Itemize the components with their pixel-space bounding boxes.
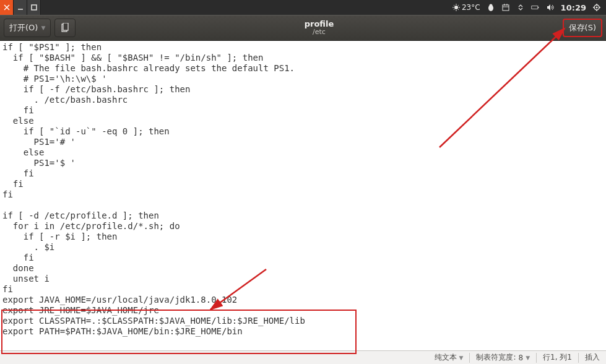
document-icon xyxy=(60,23,70,33)
chevron-down-icon: ▼ xyxy=(41,25,45,31)
syntax-label: 纯文本 xyxy=(435,352,457,363)
editor-content[interactable]: if [ "$PS1" ]; then if [ "$BASH" ] && [ … xyxy=(0,41,606,337)
svg-line-8 xyxy=(454,9,454,10)
penguin-icon xyxy=(487,3,495,12)
battery-icon xyxy=(531,3,540,12)
window-close-button[interactable] xyxy=(0,0,14,15)
svg-rect-0 xyxy=(32,5,37,10)
tab-width-label: 制表符宽度: xyxy=(476,352,516,363)
svg-point-19 xyxy=(596,7,598,9)
session-indicator[interactable] xyxy=(592,3,601,12)
svg-rect-12 xyxy=(503,5,509,11)
updown-icon xyxy=(516,3,525,12)
clock-text[interactable]: 10:29 xyxy=(561,3,586,12)
chevron-down-icon: ▼ xyxy=(526,355,530,361)
bluetooth-indicator[interactable] xyxy=(516,3,525,12)
cursor-text: 行1, 列1 xyxy=(543,352,572,363)
tab-width-selector[interactable]: 制表符宽度: 8 ▼ xyxy=(470,352,536,363)
save-button[interactable]: 保存(S) xyxy=(563,19,602,37)
open-button[interactable]: 打开(O) ▼ xyxy=(4,19,51,37)
close-icon xyxy=(4,4,10,11)
minimize-icon xyxy=(17,4,24,11)
calendar-icon xyxy=(501,3,510,12)
volume-icon xyxy=(546,3,555,12)
save-label: 保存(S) xyxy=(569,22,596,33)
svg-rect-17 xyxy=(537,7,539,8)
editor-toolbar: 打开(O) ▼ profile /etc 保存(S) xyxy=(0,15,606,41)
cursor-position[interactable]: 行1, 列1 xyxy=(537,352,578,363)
svg-line-6 xyxy=(454,5,454,6)
syntax-selector[interactable]: 纯文本 ▼ xyxy=(428,352,470,363)
svg-point-11 xyxy=(489,4,492,7)
tab-width-value: 8 xyxy=(519,353,524,362)
status-bar: 纯文本 ▼ 制表符宽度: 8 ▼ 行1, 列1 插入 xyxy=(0,350,606,364)
svg-rect-16 xyxy=(531,6,537,9)
linux-indicator[interactable] xyxy=(487,3,495,12)
sound-indicator[interactable] xyxy=(546,3,555,12)
weather-icon xyxy=(452,3,461,12)
new-tab-button[interactable] xyxy=(54,19,76,37)
window-controls xyxy=(0,0,41,15)
svg-line-9 xyxy=(458,5,459,6)
svg-rect-25 xyxy=(63,23,68,30)
insert-mode[interactable]: 插入 xyxy=(579,352,606,363)
editor-area[interactable]: if [ "$PS1" ]; then if [ "$BASH" ] && [ … xyxy=(0,41,606,350)
maximize-icon xyxy=(31,4,37,11)
window-minimize-button[interactable] xyxy=(14,0,27,15)
chevron-down-icon: ▼ xyxy=(459,355,464,361)
window-maximize-button[interactable] xyxy=(27,0,41,15)
weather-indicator[interactable]: 23°C xyxy=(452,3,480,12)
mode-text: 插入 xyxy=(585,352,600,363)
open-label: 打开(O) xyxy=(9,22,38,33)
battery-indicator[interactable] xyxy=(531,3,540,12)
svg-point-1 xyxy=(454,6,458,9)
svg-line-7 xyxy=(458,9,459,10)
system-top-panel: 23°C 10:29 xyxy=(0,0,606,15)
document-title-block: profile /etc xyxy=(76,20,562,36)
calendar-indicator[interactable] xyxy=(501,3,510,12)
system-tray: 23°C 10:29 xyxy=(447,0,606,15)
gear-icon xyxy=(592,3,601,12)
document-title: profile xyxy=(76,20,562,28)
document-path: /etc xyxy=(76,28,562,36)
temperature-text: 23°C xyxy=(462,3,480,12)
